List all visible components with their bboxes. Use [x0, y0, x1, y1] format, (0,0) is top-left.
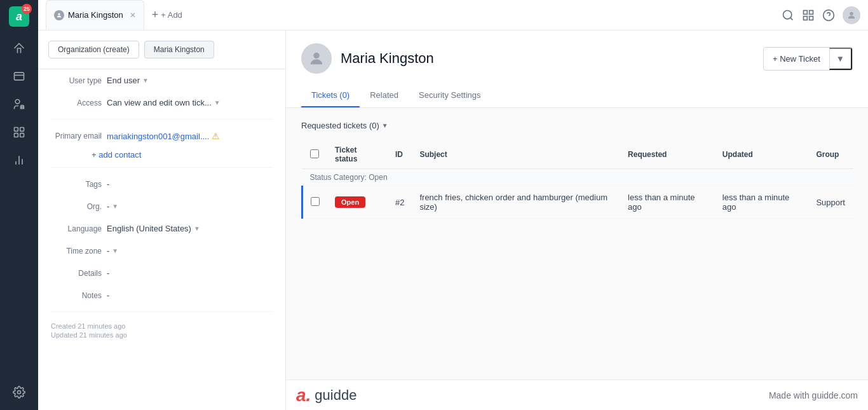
logo-letter: a — [16, 10, 22, 24]
requested-tickets-header[interactable]: Requested tickets (0) ▼ — [301, 121, 853, 130]
table-row[interactable]: Open #2 french fries, chicken order and … — [302, 186, 853, 219]
svg-rect-6 — [15, 133, 18, 137]
ticket-status-cell: Open — [327, 186, 388, 219]
new-ticket-button[interactable]: + New Ticket — [764, 49, 829, 69]
col-ticket-status: Ticket status — [327, 140, 388, 169]
col-group: Group — [808, 140, 853, 169]
primary-email-value: mariakingston001@gmail.... ⚠ — [107, 131, 273, 141]
sidebar-item-users[interactable] — [8, 93, 31, 116]
timezone-value[interactable]: - ▼ — [107, 246, 273, 256]
svg-line-14 — [790, 17, 793, 20]
timezone-text: - — [107, 246, 109, 256]
user-type-label: User type — [51, 76, 102, 85]
created-row: Created 21 minutes ago — [51, 322, 273, 330]
updated-row: Updated 21 minutes ago — [51, 331, 273, 339]
ticket-updated-cell: less than a minute ago — [715, 186, 809, 219]
ticket-id-cell[interactable]: #2 — [388, 186, 412, 219]
email-text[interactable]: mariakingston001@gmail.... — [107, 132, 209, 141]
org-label: Org. — [51, 202, 102, 211]
field-notes: Notes - — [38, 284, 285, 306]
sidebar-item-apps[interactable] — [8, 121, 31, 144]
tags-label: Tags — [51, 180, 102, 189]
add-contact-button[interactable]: + add contact — [92, 147, 285, 162]
access-text: Can view and edit own tick... — [107, 98, 212, 107]
tickets-area: Requested tickets (0) ▼ Ticket status — [286, 108, 868, 231]
language-label: Language — [51, 224, 102, 233]
tab-add-button[interactable]: + + Add — [147, 6, 187, 24]
language-dropdown-icon[interactable]: ▼ — [194, 225, 200, 232]
content-split: Organization (create) Maria Kingston Use… — [38, 31, 868, 410]
created-info: Created 21 minutes ago Updated 21 minute… — [38, 317, 285, 344]
col-updated: Updated — [715, 140, 809, 169]
user-avatar-icon[interactable] — [843, 6, 860, 24]
created-value: 21 minutes ago — [78, 322, 125, 330]
org-value[interactable]: - ▼ — [107, 202, 273, 211]
svg-rect-7 — [20, 133, 24, 137]
sidebar-item-tickets[interactable] — [8, 65, 31, 88]
language-value[interactable]: English (United States) ▼ — [107, 224, 273, 233]
sidebar-item-reports[interactable] — [8, 149, 31, 172]
new-ticket-dropdown-button[interactable]: ▼ — [829, 48, 852, 70]
tags-value: - — [107, 179, 273, 189]
breadcrumb-org[interactable]: Organization (create) — [48, 41, 139, 58]
guidde-logo-a: a. — [296, 385, 311, 406]
warning-icon: ⚠ — [212, 131, 220, 141]
user-type-dropdown-icon[interactable]: ▼ — [142, 77, 149, 84]
help-icon[interactable] — [822, 9, 835, 22]
svg-point-21 — [850, 11, 853, 15]
tab-close-button[interactable]: ✕ — [130, 11, 136, 20]
tab-user-icon — [54, 10, 64, 20]
svg-rect-0 — [15, 72, 24, 80]
field-tags: Tags - — [38, 173, 285, 195]
col-id: ID — [388, 140, 412, 169]
search-icon[interactable] — [782, 9, 794, 22]
guidde-footer: a. guidde Made with guidde.com — [286, 379, 868, 410]
tab-label: Maria Kingston — [68, 10, 123, 20]
tab-add-label: + Add — [161, 10, 182, 20]
tab-maria-kingston[interactable]: Maria Kingston ✕ — [46, 0, 144, 30]
tickets-table: Ticket status ID Subject Requested Updat… — [301, 140, 853, 219]
sidebar-item-home[interactable] — [8, 37, 31, 60]
tab-bar: Maria Kingston ✕ + + Add — [38, 0, 868, 31]
requested-tickets-chevron: ▼ — [382, 122, 388, 129]
notes-text: - — [107, 290, 109, 300]
grid-icon[interactable] — [802, 9, 815, 22]
field-user-type: User type End user ▼ — [38, 69, 285, 92]
status-category-text: Status Category: Open — [310, 173, 388, 182]
guidde-logo: a. guidde — [296, 385, 356, 406]
access-value[interactable]: Can view and edit own tick... ▼ — [107, 98, 273, 107]
timezone-dropdown-icon[interactable]: ▼ — [112, 247, 118, 254]
field-primary-email: Primary email mariakingston001@gmail....… — [38, 125, 285, 147]
access-label: Access — [51, 99, 102, 107]
right-panel: Maria Kingston + New Ticket ▼ Tickets (0… — [286, 31, 868, 379]
svg-point-11 — [18, 391, 21, 394]
right-panel-wrapper: Maria Kingston + New Ticket ▼ Tickets (0… — [286, 31, 868, 410]
sidebar-item-settings[interactable] — [8, 381, 31, 404]
svg-rect-18 — [810, 16, 813, 20]
ticket-row-checkbox[interactable] — [311, 197, 320, 206]
ticket-subject-cell[interactable]: french fries, chicken order and hamburge… — [412, 186, 620, 219]
breadcrumb-user[interactable]: Maria Kingston — [144, 41, 214, 58]
user-type-value[interactable]: End user ▼ — [107, 76, 273, 85]
new-ticket-button-container: + New Ticket ▼ — [763, 47, 853, 71]
tab-tickets[interactable]: Tickets (0) — [301, 84, 360, 107]
guidde-made-with: Made with guidde.com — [769, 390, 858, 400]
svg-point-22 — [313, 53, 319, 58]
tab-security-settings[interactable]: Security Settings — [409, 84, 491, 107]
breadcrumbs: Organization (create) Maria Kingston — [38, 41, 285, 69]
user-name: Maria Kingston — [341, 50, 754, 67]
org-dropdown-icon[interactable]: ▼ — [112, 203, 118, 210]
field-timezone: Time zone - ▼ — [38, 240, 285, 262]
details-text: - — [107, 268, 109, 278]
user-type-text: End user — [107, 76, 140, 85]
updated-label: Updated — [51, 331, 79, 339]
app-logo[interactable]: a 25 — [9, 6, 29, 27]
user-info: Maria Kingston + New Ticket ▼ — [301, 43, 853, 74]
col-requested: Requested — [620, 140, 715, 169]
access-dropdown-icon[interactable]: ▼ — [214, 99, 220, 106]
content-tabs: Tickets (0) Related Security Settings — [301, 84, 853, 107]
tab-related[interactable]: Related — [360, 84, 409, 107]
field-org: Org. - ▼ — [38, 195, 285, 217]
select-all-checkbox[interactable] — [310, 149, 319, 158]
notes-value: - — [107, 290, 273, 300]
